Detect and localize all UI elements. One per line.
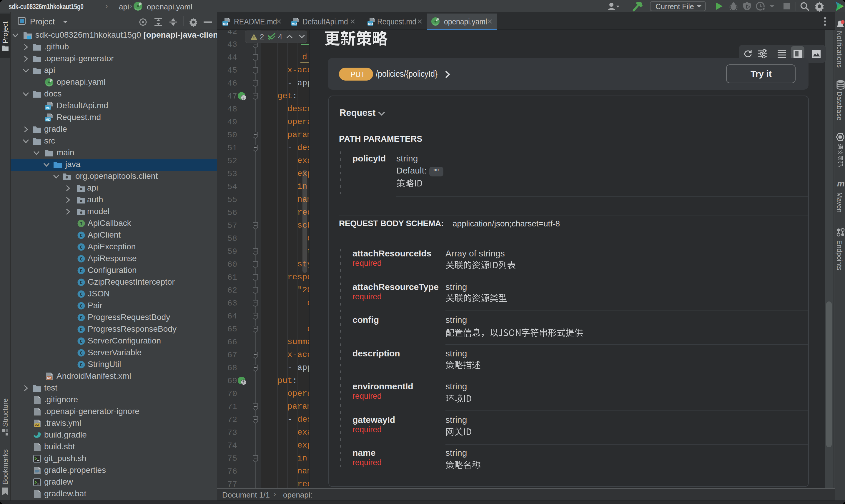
svg-text:C: C <box>80 257 83 262</box>
svg-text:YML: YML <box>35 424 40 427</box>
svg-text:C: C <box>80 339 83 344</box>
svg-text:C: C <box>80 233 83 238</box>
svg-text:C: C <box>80 304 83 309</box>
svg-text:MD: MD <box>223 22 228 25</box>
svg-text:MD: MD <box>45 106 50 110</box>
svg-text:I: I <box>80 221 83 227</box>
svg-text:C: C <box>80 327 83 332</box>
svg-text:MD: MD <box>45 118 50 122</box>
svg-text:C: C <box>80 245 83 250</box>
svg-text:MD: MD <box>368 22 373 25</box>
svg-text:C: C <box>80 363 83 368</box>
svg-text:C: C <box>80 351 83 356</box>
svg-text:MD: MD <box>292 22 297 25</box>
svg-text:C: C <box>80 316 83 321</box>
svg-text:C: C <box>80 268 83 274</box>
svg-text:MF: MF <box>47 377 51 380</box>
svg-text:C: C <box>80 292 83 297</box>
svg-text:C: C <box>80 280 83 286</box>
